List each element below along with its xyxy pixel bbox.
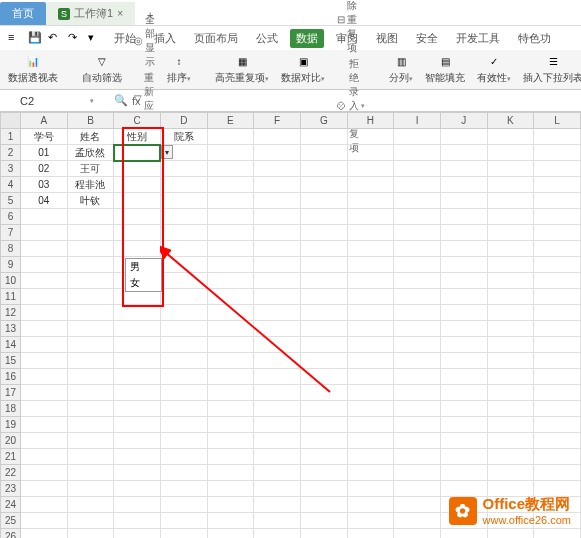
cell[interactable] [207,337,254,353]
cell[interactable] [394,289,441,305]
cell[interactable] [300,529,347,539]
cell[interactable] [207,305,254,321]
cell[interactable] [67,497,114,513]
tab-file[interactable]: S 工作簿1 × [46,2,135,25]
cell[interactable] [67,401,114,417]
cell[interactable] [487,161,534,177]
cell[interactable] [160,353,207,369]
cell[interactable] [440,465,487,481]
cell[interactable] [160,193,207,209]
undo-icon[interactable]: ↶ [48,31,62,45]
cell[interactable] [300,161,347,177]
cell[interactable] [160,321,207,337]
cell[interactable] [254,497,301,513]
cell[interactable] [440,417,487,433]
cell[interactable] [487,241,534,257]
cell[interactable] [347,369,394,385]
cell[interactable] [67,433,114,449]
cell[interactable]: 性别 [114,129,161,145]
cell[interactable] [160,305,207,321]
cell[interactable] [254,337,301,353]
cell[interactable] [534,401,581,417]
cell[interactable] [114,433,161,449]
cell[interactable] [67,353,114,369]
cell[interactable] [207,289,254,305]
cell[interactable] [394,161,441,177]
cell[interactable] [207,257,254,273]
cell[interactable] [207,481,254,497]
cell[interactable] [114,513,161,529]
cell[interactable] [254,529,301,539]
cell[interactable] [207,433,254,449]
cell-reference[interactable]: C2 [20,95,70,107]
cell[interactable] [254,289,301,305]
cell[interactable] [254,305,301,321]
cell[interactable]: 院系 [160,129,207,145]
cell[interactable] [207,273,254,289]
cell[interactable]: 04 [21,193,68,209]
cell[interactable] [394,241,441,257]
row-header[interactable]: 22 [1,465,21,481]
cell[interactable] [300,513,347,529]
cell[interactable] [21,241,68,257]
row-header[interactable]: 8 [1,241,21,257]
cell[interactable] [21,305,68,321]
row-header[interactable]: 2 [1,145,21,161]
cell[interactable] [207,177,254,193]
cell[interactable] [21,417,68,433]
cell[interactable] [207,193,254,209]
cell[interactable] [300,273,347,289]
cell[interactable] [440,449,487,465]
cell[interactable] [487,401,534,417]
cell[interactable] [534,129,581,145]
cell[interactable] [487,417,534,433]
cell[interactable] [394,513,441,529]
cell[interactable] [207,225,254,241]
cell[interactable] [347,401,394,417]
cell[interactable] [21,337,68,353]
sort-button[interactable]: ↕ 排序▾ [167,55,191,85]
cell[interactable] [21,257,68,273]
cell[interactable] [300,369,347,385]
cell[interactable] [440,321,487,337]
cell[interactable] [487,193,534,209]
cell[interactable] [207,385,254,401]
cell[interactable] [534,273,581,289]
close-icon[interactable]: × [117,8,123,19]
cell[interactable] [207,465,254,481]
cell[interactable] [347,497,394,513]
cell[interactable] [300,289,347,305]
cell[interactable] [300,481,347,497]
cell[interactable] [394,401,441,417]
cell[interactable] [300,449,347,465]
cell[interactable] [207,417,254,433]
cell[interactable] [394,225,441,241]
cell[interactable] [534,417,581,433]
cell[interactable] [347,513,394,529]
cell[interactable] [254,177,301,193]
cell[interactable] [347,433,394,449]
cell[interactable] [440,241,487,257]
cell[interactable] [487,529,534,539]
cell[interactable] [394,497,441,513]
cell[interactable] [21,497,68,513]
cell[interactable] [67,321,114,337]
cell[interactable] [160,481,207,497]
cell[interactable] [487,305,534,321]
cell[interactable] [114,177,161,193]
cell[interactable] [254,369,301,385]
cell[interactable] [300,145,347,161]
cell[interactable] [21,401,68,417]
cell[interactable] [300,353,347,369]
cell[interactable] [207,353,254,369]
cell[interactable] [114,369,161,385]
cell[interactable] [67,273,114,289]
cell[interactable] [394,129,441,145]
cell[interactable] [254,161,301,177]
cell[interactable] [440,369,487,385]
spreadsheet-grid[interactable]: ABCDEFGHIJKL1学号姓名性别院系201孟欣然▾302王可403程非池5… [0,112,581,538]
cell[interactable] [440,177,487,193]
cell[interactable] [67,241,114,257]
cell[interactable] [254,129,301,145]
cell[interactable] [534,257,581,273]
